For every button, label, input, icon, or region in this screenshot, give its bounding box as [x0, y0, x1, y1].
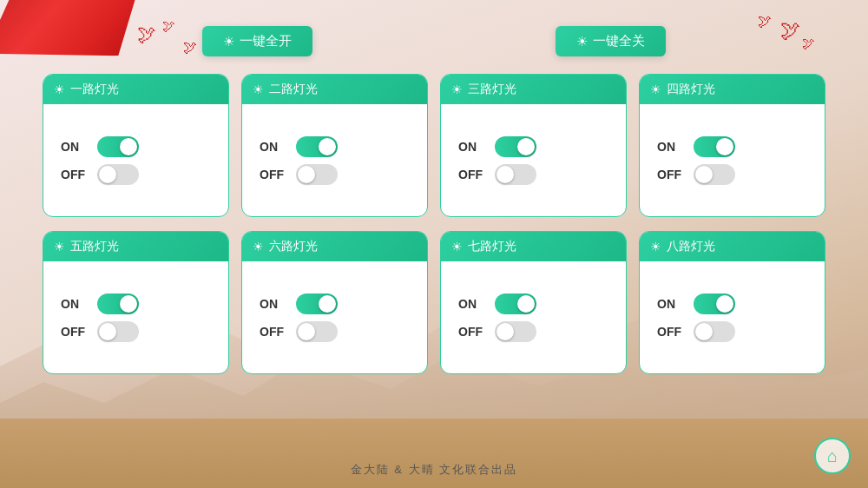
- card-icon-4: ☀: [650, 82, 661, 96]
- off-toggle-8[interactable]: [694, 321, 735, 342]
- card-body-7: ON OFF: [441, 261, 626, 373]
- off-row-4: OFF: [657, 164, 807, 185]
- card-header-2: ☀ 二路灯光: [242, 75, 427, 104]
- card-header-6: ☀ 六路灯光: [242, 232, 427, 261]
- on-row-5: ON: [61, 293, 211, 314]
- on-row-6: ON: [260, 293, 410, 314]
- card-title-3: 三路灯光: [468, 82, 516, 97]
- home-icon: ⌂: [827, 446, 838, 466]
- card-body-5: ON OFF: [43, 261, 228, 373]
- all-on-button[interactable]: ☀ 一键全开: [202, 26, 312, 56]
- card-body-1: ON OFF: [43, 104, 228, 216]
- off-toggle-4[interactable]: [694, 164, 735, 185]
- card-header-5: ☀ 五路灯光: [43, 232, 228, 261]
- card-body-2: ON OFF: [242, 104, 427, 216]
- card-title-6: 六路灯光: [269, 239, 318, 254]
- off-label-3: OFF: [458, 168, 486, 181]
- off-row-1: OFF: [61, 164, 211, 185]
- card-icon-8: ☀: [650, 240, 661, 254]
- off-label-4: OFF: [657, 168, 685, 181]
- card-title-8: 八路灯光: [667, 239, 715, 254]
- all-off-icon: ☀: [576, 34, 588, 49]
- card-2: ☀ 二路灯光 ON OFF: [241, 74, 428, 217]
- on-label-8: ON: [657, 297, 685, 311]
- off-row-6: OFF: [260, 321, 410, 342]
- card-8: ☀ 八路灯光 ON OFF: [639, 231, 825, 374]
- card-header-8: ☀ 八路灯光: [640, 232, 825, 261]
- on-toggle-7[interactable]: [495, 293, 536, 314]
- off-label-8: OFF: [657, 325, 685, 339]
- card-body-6: ON OFF: [242, 261, 427, 373]
- card-1: ☀ 一路灯光 ON OFF: [43, 74, 229, 217]
- on-label-2: ON: [260, 140, 287, 154]
- card-icon-2: ☀: [253, 82, 264, 96]
- on-toggle-3[interactable]: [495, 136, 536, 157]
- card-body-3: ON OFF: [441, 104, 626, 216]
- card-title-1: 一路灯光: [70, 82, 119, 97]
- all-on-icon: ☀: [223, 34, 234, 49]
- card-header-4: ☀ 四路灯光: [640, 75, 825, 104]
- on-toggle-4[interactable]: [694, 136, 735, 157]
- card-icon-6: ☀: [253, 240, 264, 254]
- off-row-5: OFF: [61, 321, 211, 342]
- card-3: ☀ 三路灯光 ON OFF: [440, 74, 627, 217]
- on-label-7: ON: [458, 297, 486, 311]
- on-row-4: ON: [657, 136, 807, 157]
- card-4: ☀ 四路灯光 ON OFF: [639, 74, 825, 217]
- on-toggle-1[interactable]: [97, 136, 139, 157]
- card-header-1: ☀ 一路灯光: [43, 75, 228, 104]
- all-off-button[interactable]: ☀ 一键全关: [556, 26, 666, 56]
- off-toggle-1[interactable]: [97, 164, 139, 185]
- all-on-label: 一键全开: [240, 33, 292, 49]
- on-label-4: ON: [657, 140, 685, 154]
- cards-grid: ☀ 一路灯光 ON OFF ☀: [43, 74, 825, 374]
- card-header-3: ☀ 三路灯光: [441, 75, 626, 104]
- on-label-5: ON: [61, 297, 89, 311]
- on-row-3: ON: [458, 136, 608, 157]
- off-label-7: OFF: [458, 325, 486, 339]
- on-row-1: ON: [61, 136, 211, 157]
- off-toggle-6[interactable]: [296, 321, 338, 342]
- card-title-7: 七路灯光: [468, 239, 516, 254]
- card-icon-5: ☀: [54, 240, 65, 254]
- on-toggle-5[interactable]: [97, 293, 139, 314]
- on-toggle-2[interactable]: [296, 136, 338, 157]
- card-title-2: 二路灯光: [269, 82, 318, 97]
- on-toggle-8[interactable]: [694, 293, 735, 314]
- card-title-4: 四路灯光: [667, 82, 715, 97]
- off-label-1: OFF: [61, 168, 89, 181]
- off-toggle-2[interactable]: [296, 164, 338, 185]
- home-button[interactable]: ⌂: [814, 438, 851, 474]
- off-toggle-7[interactable]: [495, 321, 536, 342]
- card-body-4: ON OFF: [640, 104, 825, 216]
- on-label-6: ON: [260, 297, 287, 311]
- off-row-2: OFF: [260, 164, 410, 185]
- off-toggle-5[interactable]: [97, 321, 139, 342]
- on-toggle-6[interactable]: [296, 293, 338, 314]
- card-body-8: ON OFF: [640, 261, 825, 373]
- off-row-8: OFF: [657, 321, 807, 342]
- card-title-5: 五路灯光: [70, 239, 119, 254]
- card-icon-1: ☀: [54, 82, 65, 96]
- on-label-3: ON: [458, 140, 486, 154]
- card-icon-7: ☀: [451, 240, 463, 254]
- off-toggle-3[interactable]: [495, 164, 536, 185]
- off-row-3: OFF: [458, 164, 608, 185]
- on-row-8: ON: [657, 293, 807, 314]
- off-row-7: OFF: [458, 321, 608, 342]
- on-row-7: ON: [458, 293, 608, 314]
- main-content: ☀ 一键全开 ☀ 一键全关 ☀ 一路灯光 ON OFF: [0, 0, 868, 488]
- card-7: ☀ 七路灯光 ON OFF: [440, 231, 627, 374]
- all-off-label: 一键全关: [593, 33, 645, 49]
- off-label-5: OFF: [61, 325, 89, 339]
- card-6: ☀ 六路灯光 ON OFF: [241, 231, 428, 374]
- footer-text: 金大陆 & 大晴 文化联合出品: [0, 462, 868, 478]
- card-header-7: ☀ 七路灯光: [441, 232, 626, 261]
- on-label-1: ON: [61, 140, 89, 154]
- top-buttons-row: ☀ 一键全开 ☀ 一键全关: [202, 26, 666, 56]
- card-5: ☀ 五路灯光 ON OFF: [43, 231, 229, 374]
- off-label-6: OFF: [260, 325, 287, 339]
- on-row-2: ON: [260, 136, 410, 157]
- off-label-2: OFF: [260, 168, 287, 181]
- card-icon-3: ☀: [451, 82, 463, 96]
